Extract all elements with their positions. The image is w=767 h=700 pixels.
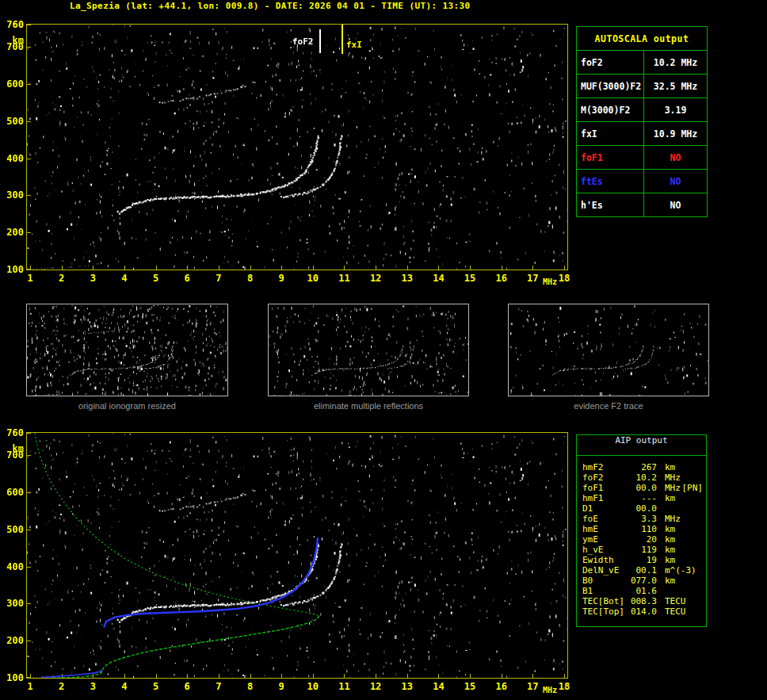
autoscala-window: La_Spezia (lat: +44.1, lon: 009.8) - DAT…: [0, 0, 767, 700]
y-axis-tick-label: 400: [2, 561, 24, 572]
aip-param-value: 00.0: [628, 503, 657, 514]
x-axis-tick-label: 14: [429, 681, 447, 692]
x-axis-tick-label: 16: [493, 273, 510, 284]
aip-row: Ewidth19km: [582, 555, 706, 565]
ionogram-canvas-bottom: [27, 433, 567, 678]
aip-param-value: 10.2: [628, 472, 657, 483]
x-axis-tick-label: 9: [273, 273, 290, 284]
aip-param-label: DelN_vE: [582, 565, 628, 576]
aip-param-value: 01.6: [628, 586, 657, 596]
x-axis-tick-label: 7: [210, 273, 227, 284]
ionogram-plot-bottom: [26, 432, 568, 679]
thumbnail-f2-trace: [508, 304, 709, 396]
autoscala-header-row: AUTOSCALA output: [577, 27, 708, 51]
aip-rows: hmF2267kmfoF210.2MHzfoF100.0MHz[PN]hmF1-…: [577, 456, 706, 617]
y-axis-tick-label: 200: [2, 227, 24, 238]
thumbnail-original-ionogram: [26, 304, 228, 396]
aip-param-unit: km: [665, 576, 675, 586]
aip-row: hmF2267km: [582, 462, 706, 472]
autoscala-row: fxI10.9 MHz: [577, 122, 708, 146]
aip-param-label: foF2: [582, 472, 628, 483]
aip-param-unit: MHz: [665, 483, 681, 493]
aip-param-value: 20: [628, 534, 657, 545]
x-axis-tick-label: 4: [116, 273, 133, 284]
x-axis-tick-label: 6: [178, 273, 196, 284]
y-axis-tick-label: 500: [2, 524, 24, 535]
y-axis-tick-label: 500: [2, 116, 24, 127]
x-axis-tick-label: 11: [335, 681, 353, 692]
aip-param-value: 077.0: [628, 576, 657, 586]
autoscala-output-table: AUTOSCALA output foF210.2 MHzMUF(3000)F2…: [576, 26, 708, 217]
autoscala-param-value: 32.5 MHz: [644, 75, 708, 98]
aip-param-unit: km: [665, 462, 675, 472]
aip-param-label: D1: [582, 503, 628, 514]
autoscala-param-label: foF2: [577, 51, 644, 75]
aip-param-value: 00.1: [628, 565, 657, 576]
aip-param-unit: m^(-3): [665, 565, 696, 576]
aip-row: h_vE119km: [582, 545, 706, 555]
x-axis-tick-label: 5: [147, 681, 165, 692]
aip-param-label: B0: [582, 576, 628, 586]
aip-param-unit: km: [665, 534, 675, 545]
aip-param-label: TEC[Bot]: [582, 596, 628, 606]
aip-param-unit: TECU: [665, 596, 686, 606]
aip-row: ymE20km: [582, 534, 706, 545]
aip-param-label: foF1: [582, 483, 628, 493]
aip-param-label: foE: [582, 514, 628, 524]
aip-header: AIP output: [577, 435, 706, 456]
y-axis-tick-label: 200: [2, 635, 24, 646]
x-axis-tick-label: 1: [21, 273, 39, 284]
thumbnail-no-multiples: [268, 304, 469, 396]
y-axis-unit-label: km: [2, 35, 24, 46]
aip-param-label: hmF1: [582, 493, 628, 503]
x-axis-tick-label: 18: [555, 681, 573, 692]
y-axis-tick-label: 760: [2, 19, 24, 30]
aip-output-panel: AIP output hmF2267kmfoF210.2MHzfoF100.0M…: [576, 434, 707, 627]
thumbnail-original-canvas: [27, 304, 227, 396]
y-axis-tick-label: 100: [2, 264, 24, 275]
x-axis-tick-label: 3: [84, 273, 101, 284]
fxi-label: fxI: [346, 40, 362, 50]
aip-row: foF100.0MHz[PN]: [582, 483, 706, 493]
y-axis-tick-label: 300: [2, 598, 24, 609]
x-axis-tick-label: 11: [335, 273, 353, 284]
aip-param-value: 014.0: [628, 606, 657, 617]
x-axis-tick-label: 12: [367, 681, 384, 692]
x-axis-tick-label: 8: [242, 681, 259, 692]
aip-param-label: hmF2: [582, 462, 628, 472]
aip-row: B0077.0km: [582, 576, 706, 586]
aip-param-flag: [PN]: [682, 483, 704, 493]
x-axis-tick-label: 14: [429, 273, 447, 284]
autoscala-row: foF210.2 MHz: [577, 51, 708, 75]
aip-param-label: TEC[Top]: [582, 606, 628, 617]
aip-param-label: h_vE: [582, 545, 628, 555]
autoscala-param-value: 10.2 MHz: [644, 51, 708, 75]
aip-param-label: Ewidth: [582, 555, 628, 565]
x-axis-tick-label: 15: [461, 273, 479, 284]
autoscala-param-value: 3.19: [644, 98, 708, 122]
thumbnail-no-multiples-canvas: [269, 304, 468, 396]
y-axis-tick-label: 600: [2, 487, 24, 498]
x-axis-unit-label: MHz: [543, 277, 557, 286]
aip-param-label: ymE: [582, 534, 628, 545]
autoscala-row: ftEsNO: [577, 170, 708, 193]
aip-row: B101.6: [582, 586, 706, 596]
aip-row: foF210.2MHz: [582, 472, 706, 483]
aip-param-value: 110: [628, 524, 657, 534]
aip-row: hmE110km: [582, 524, 706, 534]
x-axis-tick-label: 8: [242, 273, 259, 284]
y-axis-unit-label: km: [2, 443, 24, 454]
aip-row: TEC[Bot]008.3TECU: [582, 596, 706, 606]
fof2-marker-line: [319, 29, 321, 53]
aip-param-value: 267: [628, 462, 657, 472]
aip-param-label: B1: [582, 586, 628, 596]
aip-param-value: 00.0: [628, 483, 657, 493]
aip-param-value: 3.3: [628, 514, 657, 524]
x-axis-tick-label: 9: [273, 681, 290, 692]
autoscala-param-value: NO: [644, 193, 708, 217]
x-axis-tick-label: 18: [555, 273, 573, 284]
aip-param-unit: TECU: [665, 606, 686, 617]
aip-param-value: 008.3: [628, 596, 657, 606]
x-axis-tick-label: 3: [84, 681, 101, 692]
aip-param-unit: MHz: [665, 514, 681, 524]
